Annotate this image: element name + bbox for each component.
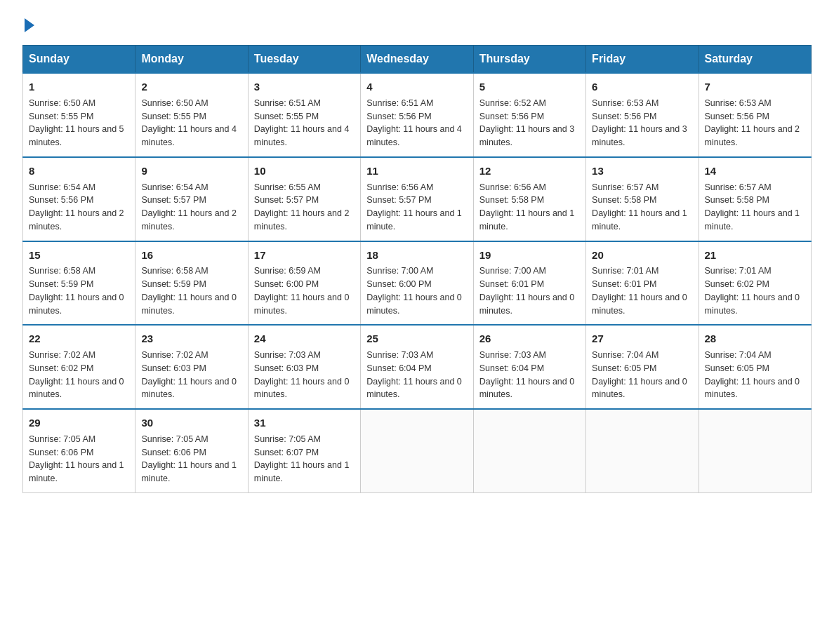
calendar-header-row: SundayMondayTuesdayWednesdayThursdayFrid…: [23, 46, 812, 74]
day-info: Sunrise: 6:53 AMSunset: 5:56 PMDaylight:…: [592, 97, 692, 149]
day-info: Sunrise: 7:02 AMSunset: 6:02 PMDaylight:…: [29, 349, 129, 401]
calendar-cell: 11 Sunrise: 6:56 AMSunset: 5:57 PMDaylig…: [361, 157, 473, 241]
day-info: Sunrise: 7:00 AMSunset: 6:01 PMDaylight:…: [479, 264, 580, 317]
calendar-cell: [586, 409, 699, 492]
calendar-week-row: 29 Sunrise: 7:05 AMSunset: 6:06 PMDaylig…: [23, 409, 812, 492]
day-number: 2: [141, 79, 241, 95]
day-number: 24: [254, 331, 355, 347]
day-number: 3: [254, 79, 355, 95]
day-info: Sunrise: 7:01 AMSunset: 6:01 PMDaylight:…: [592, 264, 692, 317]
day-info: Sunrise: 7:04 AMSunset: 6:05 PMDaylight:…: [705, 349, 805, 401]
calendar-cell: 17 Sunrise: 6:59 AMSunset: 6:00 PMDaylig…: [248, 241, 360, 326]
day-info: Sunrise: 7:03 AMSunset: 6:04 PMDaylight:…: [479, 349, 580, 401]
day-number: 4: [366, 79, 467, 95]
day-info: Sunrise: 7:00 AMSunset: 6:00 PMDaylight:…: [366, 264, 467, 317]
calendar-cell: 1 Sunrise: 6:50 AMSunset: 5:55 PMDayligh…: [23, 73, 135, 157]
day-info: Sunrise: 7:04 AMSunset: 6:05 PMDaylight:…: [592, 349, 692, 401]
calendar-cell: 6 Sunrise: 6:53 AMSunset: 5:56 PMDayligh…: [586, 73, 699, 157]
day-number: 14: [705, 163, 805, 179]
calendar-cell: 8 Sunrise: 6:54 AMSunset: 5:56 PMDayligh…: [23, 157, 135, 241]
calendar-cell: 24 Sunrise: 7:03 AMSunset: 6:03 PMDaylig…: [248, 325, 360, 409]
day-info: Sunrise: 6:59 AMSunset: 6:00 PMDaylight:…: [254, 264, 355, 317]
calendar-cell: 2 Sunrise: 6:50 AMSunset: 5:55 PMDayligh…: [135, 73, 248, 157]
calendar-week-row: 1 Sunrise: 6:50 AMSunset: 5:55 PMDayligh…: [23, 73, 812, 157]
day-number: 7: [705, 79, 805, 95]
calendar-cell: 20 Sunrise: 7:01 AMSunset: 6:01 PMDaylig…: [586, 241, 699, 326]
calendar-cell: 9 Sunrise: 6:54 AMSunset: 5:57 PMDayligh…: [135, 157, 248, 241]
day-info: Sunrise: 7:03 AMSunset: 6:03 PMDaylight:…: [254, 349, 355, 401]
day-number: 6: [592, 79, 692, 95]
calendar-cell: 14 Sunrise: 6:57 AMSunset: 5:58 PMDaylig…: [699, 157, 811, 241]
day-number: 11: [366, 163, 467, 179]
calendar-cell: 7 Sunrise: 6:53 AMSunset: 5:56 PMDayligh…: [699, 73, 811, 157]
calendar-cell: 18 Sunrise: 7:00 AMSunset: 6:00 PMDaylig…: [361, 241, 473, 326]
calendar-cell: 13 Sunrise: 6:57 AMSunset: 5:58 PMDaylig…: [586, 157, 699, 241]
calendar-week-row: 22 Sunrise: 7:02 AMSunset: 6:02 PMDaylig…: [23, 325, 812, 409]
calendar-cell: 5 Sunrise: 6:52 AMSunset: 5:56 PMDayligh…: [473, 73, 585, 157]
day-header-wednesday: Wednesday: [361, 46, 473, 74]
day-info: Sunrise: 6:57 AMSunset: 5:58 PMDaylight:…: [592, 181, 692, 234]
calendar-cell: 19 Sunrise: 7:00 AMSunset: 6:01 PMDaylig…: [473, 241, 585, 326]
day-number: 23: [141, 331, 241, 347]
day-header-saturday: Saturday: [699, 46, 811, 74]
day-number: 12: [479, 163, 580, 179]
day-info: Sunrise: 6:51 AMSunset: 5:55 PMDaylight:…: [254, 97, 355, 149]
logo-triangle-icon: [25, 18, 34, 32]
day-info: Sunrise: 7:05 AMSunset: 6:07 PMDaylight:…: [254, 433, 355, 485]
day-number: 20: [592, 248, 692, 263]
day-number: 29: [29, 415, 129, 431]
calendar-cell: 25 Sunrise: 7:03 AMSunset: 6:04 PMDaylig…: [361, 325, 473, 409]
calendar-cell: 28 Sunrise: 7:04 AMSunset: 6:05 PMDaylig…: [699, 325, 811, 409]
calendar-cell: 22 Sunrise: 7:02 AMSunset: 6:02 PMDaylig…: [23, 325, 135, 409]
calendar-cell: 29 Sunrise: 7:05 AMSunset: 6:06 PMDaylig…: [23, 409, 135, 492]
day-header-sunday: Sunday: [23, 46, 135, 74]
calendar-cell: [473, 409, 585, 492]
day-info: Sunrise: 6:54 AMSunset: 5:57 PMDaylight:…: [141, 181, 241, 234]
day-info: Sunrise: 7:03 AMSunset: 6:04 PMDaylight:…: [366, 349, 467, 401]
calendar-cell: 31 Sunrise: 7:05 AMSunset: 6:07 PMDaylig…: [248, 409, 360, 492]
day-info: Sunrise: 6:58 AMSunset: 5:59 PMDaylight:…: [141, 264, 241, 317]
day-header-monday: Monday: [135, 46, 248, 74]
calendar-week-row: 8 Sunrise: 6:54 AMSunset: 5:56 PMDayligh…: [23, 157, 812, 241]
calendar-cell: 26 Sunrise: 7:03 AMSunset: 6:04 PMDaylig…: [473, 325, 585, 409]
calendar-cell: 4 Sunrise: 6:51 AMSunset: 5:56 PMDayligh…: [361, 73, 473, 157]
day-number: 5: [479, 79, 580, 95]
day-number: 8: [29, 163, 129, 179]
day-number: 19: [479, 248, 580, 263]
day-info: Sunrise: 6:53 AMSunset: 5:56 PMDaylight:…: [705, 97, 805, 149]
day-number: 13: [592, 163, 692, 179]
day-number: 22: [29, 331, 129, 347]
day-info: Sunrise: 6:50 AMSunset: 5:55 PMDaylight:…: [29, 97, 129, 149]
calendar-cell: 10 Sunrise: 6:55 AMSunset: 5:57 PMDaylig…: [248, 157, 360, 241]
calendar-cell: 21 Sunrise: 7:01 AMSunset: 6:02 PMDaylig…: [699, 241, 811, 326]
day-number: 26: [479, 331, 580, 347]
day-number: 18: [366, 248, 467, 263]
day-info: Sunrise: 6:56 AMSunset: 5:57 PMDaylight:…: [366, 181, 467, 234]
calendar-cell: 27 Sunrise: 7:04 AMSunset: 6:05 PMDaylig…: [586, 325, 699, 409]
day-number: 28: [705, 331, 805, 347]
day-header-thursday: Thursday: [473, 46, 585, 74]
day-number: 17: [254, 248, 355, 263]
day-number: 10: [254, 163, 355, 179]
day-info: Sunrise: 6:51 AMSunset: 5:56 PMDaylight:…: [366, 97, 467, 149]
day-info: Sunrise: 6:55 AMSunset: 5:57 PMDaylight:…: [254, 181, 355, 234]
day-info: Sunrise: 6:54 AMSunset: 5:56 PMDaylight:…: [29, 181, 129, 234]
day-header-tuesday: Tuesday: [248, 46, 360, 74]
calendar-cell: 3 Sunrise: 6:51 AMSunset: 5:55 PMDayligh…: [248, 73, 360, 157]
day-info: Sunrise: 7:05 AMSunset: 6:06 PMDaylight:…: [29, 433, 129, 485]
calendar-cell: [361, 409, 473, 492]
day-info: Sunrise: 7:05 AMSunset: 6:06 PMDaylight:…: [141, 433, 241, 485]
day-info: Sunrise: 7:02 AMSunset: 6:03 PMDaylight:…: [141, 349, 241, 401]
day-number: 31: [254, 415, 355, 431]
day-info: Sunrise: 7:01 AMSunset: 6:02 PMDaylight:…: [705, 264, 805, 317]
calendar-cell: 12 Sunrise: 6:56 AMSunset: 5:58 PMDaylig…: [473, 157, 585, 241]
day-header-friday: Friday: [586, 46, 699, 74]
page-header: [22, 17, 812, 32]
calendar-cell: 30 Sunrise: 7:05 AMSunset: 6:06 PMDaylig…: [135, 409, 248, 492]
calendar-week-row: 15 Sunrise: 6:58 AMSunset: 5:59 PMDaylig…: [23, 241, 812, 326]
calendar-cell: 15 Sunrise: 6:58 AMSunset: 5:59 PMDaylig…: [23, 241, 135, 326]
calendar-table: SundayMondayTuesdayWednesdayThursdayFrid…: [22, 45, 812, 493]
day-info: Sunrise: 6:52 AMSunset: 5:56 PMDaylight:…: [479, 97, 580, 149]
day-number: 15: [29, 248, 129, 263]
day-info: Sunrise: 6:58 AMSunset: 5:59 PMDaylight:…: [29, 264, 129, 317]
